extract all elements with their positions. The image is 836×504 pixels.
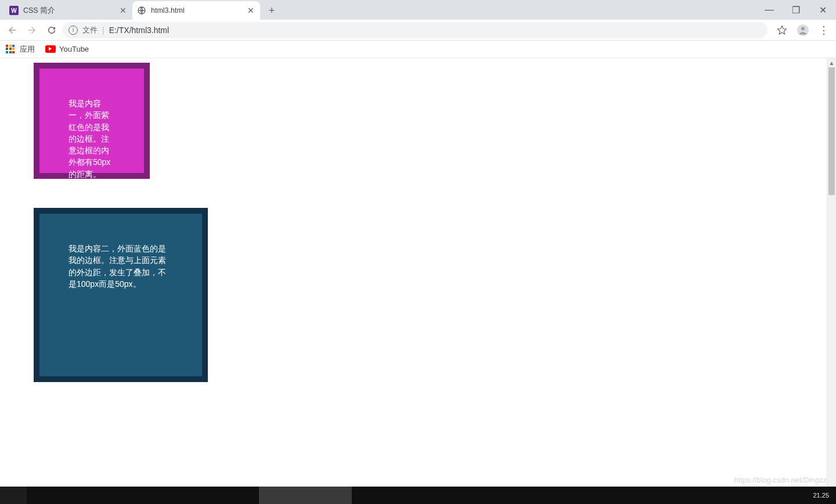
forward-button[interactable]: [23, 21, 41, 39]
minimize-button[interactable]: —: [756, 0, 783, 20]
arrow-left-icon: [7, 25, 17, 35]
close-window-button[interactable]: ✕: [809, 0, 836, 20]
new-tab-button[interactable]: +: [264, 2, 280, 19]
profile-button[interactable]: [794, 21, 812, 39]
address-prefix: 文件: [82, 25, 98, 35]
taskbar-tray[interactable]: 21.25: [813, 487, 836, 504]
maximize-button[interactable]: ❐: [783, 0, 809, 20]
kebab-icon: ⋮: [819, 24, 829, 37]
taskbar-active-app[interactable]: [259, 487, 352, 504]
arrow-right-icon: [27, 25, 37, 35]
separator: |: [102, 26, 105, 35]
youtube-icon: [45, 45, 56, 53]
close-icon[interactable]: ✕: [246, 6, 255, 15]
reload-icon: [46, 25, 57, 35]
tab-css-intro[interactable]: W CSS 简介 ✕: [5, 1, 132, 20]
page-viewport: 我是内容一，外面紫红色的是我的边框。注意边框的内外都有50px的距离。 我是内容…: [0, 58, 836, 504]
star-icon: [777, 25, 787, 35]
bookmarks-bar: 应用 YouTube: [0, 41, 836, 58]
person-circle-icon: [797, 24, 809, 37]
back-button[interactable]: [3, 21, 21, 39]
close-icon[interactable]: ✕: [118, 6, 128, 15]
apps-grid-icon: [6, 45, 15, 54]
box2-text: 我是内容二，外面蓝色的是我的边框。注意与上面元素的外边距，发生了叠加，不是100…: [69, 244, 166, 289]
box1-text: 我是内容一，外面紫红色的是我的边框。注意边框的内外都有50px的距离。: [69, 99, 110, 179]
reload-button[interactable]: [43, 21, 60, 39]
browser-window: W CSS 简介 ✕ html3.html ✕ + — ❐ ✕: [0, 0, 836, 504]
tab-title: html3.html: [151, 6, 242, 15]
address-url: E:/TX/html3.html: [109, 26, 169, 35]
info-icon[interactable]: i: [69, 26, 78, 35]
scroll-track[interactable]: [827, 67, 836, 495]
favicon-w3-icon: W: [9, 6, 19, 15]
os-taskbar[interactable]: 21.25: [0, 487, 836, 504]
taskbar-start[interactable]: [0, 487, 27, 504]
bookmark-youtube[interactable]: YouTube: [45, 45, 89, 53]
content-box-1: 我是内容一，外面紫红色的是我的边框。注意边框的内外都有50px的距离。: [34, 63, 150, 179]
scroll-thumb[interactable]: [828, 67, 835, 195]
address-bar[interactable]: i 文件 | E:/TX/html3.html: [63, 22, 767, 38]
taskbar-time: 21.25: [813, 492, 829, 499]
tab-html3[interactable]: html3.html ✕: [132, 1, 260, 20]
vertical-scrollbar[interactable]: ▲ ▼: [827, 58, 836, 504]
bookmark-label: YouTube: [59, 45, 89, 53]
tab-strip: W CSS 简介 ✕ html3.html ✕ + — ❐ ✕: [0, 0, 836, 20]
tab-title: CSS 简介: [23, 6, 114, 16]
toolbar: i 文件 | E:/TX/html3.html ⋮: [0, 20, 836, 41]
apps-label: 应用: [20, 44, 35, 55]
menu-button[interactable]: ⋮: [815, 21, 833, 39]
page-content[interactable]: 我是内容一，外面紫红色的是我的边框。注意边框的内外都有50px的距离。 我是内容…: [0, 58, 827, 504]
window-controls: — ❐ ✕: [756, 0, 836, 20]
apps-button[interactable]: 应用: [6, 44, 35, 55]
globe-icon: [137, 6, 146, 15]
svg-point-2: [801, 27, 805, 30]
bookmark-star-button[interactable]: [773, 21, 791, 39]
scroll-up-button[interactable]: ▲: [827, 58, 836, 67]
content-box-2: 我是内容二，外面蓝色的是我的边框。注意与上面元素的外边距，发生了叠加，不是100…: [34, 208, 208, 382]
